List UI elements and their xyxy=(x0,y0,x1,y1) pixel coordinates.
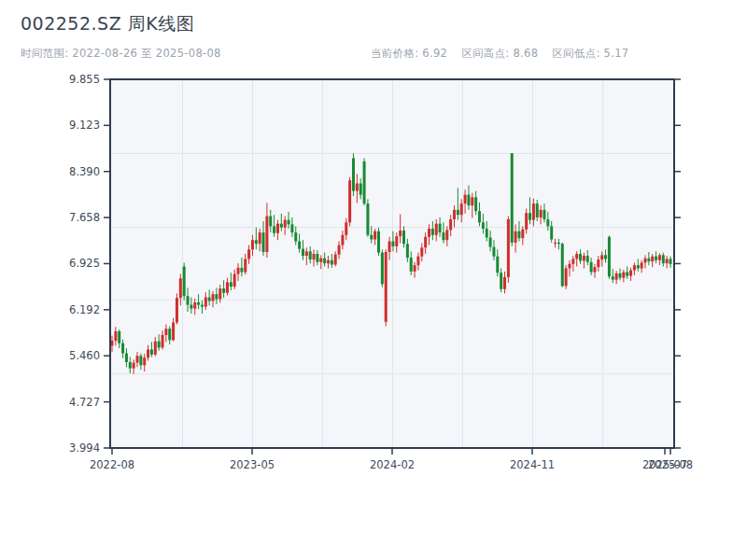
candle-down xyxy=(669,259,672,263)
candle-down xyxy=(273,226,275,232)
candle-down xyxy=(215,294,218,299)
candle-down xyxy=(557,243,560,244)
candle-down xyxy=(290,224,293,232)
candle-up xyxy=(420,247,423,256)
candle-down xyxy=(197,302,200,305)
candle-up xyxy=(435,224,438,235)
candle-up xyxy=(540,210,543,217)
candle-up xyxy=(385,252,388,322)
candle-up xyxy=(507,219,510,277)
candle-down xyxy=(402,231,405,244)
candle-down xyxy=(486,229,488,237)
candle-down xyxy=(647,259,650,261)
candle-up xyxy=(395,236,398,246)
candle-up xyxy=(162,335,164,347)
y-axis-label: 9.855 xyxy=(69,73,100,86)
candle-down xyxy=(604,255,607,259)
candle-up xyxy=(416,257,419,265)
candle-up xyxy=(305,251,308,256)
candle-up xyxy=(233,274,236,287)
candle-down xyxy=(201,305,204,307)
candle-up xyxy=(399,231,402,236)
candle-up xyxy=(460,203,463,215)
candle-up xyxy=(244,259,247,272)
x-axis-label: 2023-05 xyxy=(230,458,275,471)
candle-down xyxy=(478,211,481,222)
candle-down xyxy=(618,273,621,278)
y-axis-label: 7.658 xyxy=(69,211,100,224)
candle-down xyxy=(240,268,243,273)
candle-down xyxy=(474,197,477,211)
candle-down xyxy=(517,231,520,238)
candle-up xyxy=(453,210,456,219)
candle-down xyxy=(230,282,233,287)
candle-down xyxy=(222,288,225,293)
candle-up xyxy=(276,224,279,233)
candle-down xyxy=(269,217,272,227)
candle-down xyxy=(294,232,297,241)
candle-up xyxy=(251,240,254,249)
candle-down xyxy=(309,251,312,259)
candle-up xyxy=(341,235,344,245)
candle-up xyxy=(658,255,661,259)
candle-up xyxy=(615,273,618,280)
candle-down xyxy=(316,254,318,262)
candle-down xyxy=(366,203,369,235)
candle-down xyxy=(288,220,290,225)
candle-up xyxy=(356,184,359,191)
candle-down xyxy=(262,232,265,252)
y-axis-label: 8.390 xyxy=(69,165,100,178)
candle-down xyxy=(359,184,362,195)
candle-down xyxy=(536,203,539,217)
candle-down xyxy=(302,249,304,256)
candle-down xyxy=(626,273,628,276)
candle-up xyxy=(503,277,506,289)
candle-down xyxy=(529,213,531,219)
candle-down xyxy=(496,257,499,273)
candle-down xyxy=(492,247,495,257)
candle-up xyxy=(593,267,596,272)
candle-up xyxy=(388,242,391,252)
candle-up xyxy=(554,243,557,244)
candle-down xyxy=(280,224,283,228)
candle-up xyxy=(348,180,351,222)
candle-up xyxy=(284,220,287,228)
candle-up xyxy=(568,264,571,269)
candle-down xyxy=(363,161,366,203)
candle-down xyxy=(500,273,502,289)
candle-down xyxy=(579,254,582,260)
candle-down xyxy=(410,258,413,272)
candle-down xyxy=(442,232,444,240)
candle-up xyxy=(338,245,341,255)
candle-up xyxy=(218,288,221,299)
candle-down xyxy=(183,266,186,296)
candle-up xyxy=(179,278,182,298)
candle-up xyxy=(136,356,139,362)
candle-up xyxy=(374,231,376,240)
candle-down xyxy=(377,231,380,253)
candle-up xyxy=(597,259,599,267)
candle-up xyxy=(212,294,215,301)
candle-up xyxy=(449,219,452,230)
candle-up xyxy=(622,273,625,278)
y-axis-label: 3.994 xyxy=(69,441,100,455)
candle-down xyxy=(655,257,657,260)
candle-down xyxy=(168,329,171,340)
candle-down xyxy=(125,354,128,362)
y-axis-label: 5.460 xyxy=(69,349,100,362)
candle-down xyxy=(139,356,142,365)
candle-down xyxy=(467,195,470,205)
candle-down xyxy=(489,237,492,246)
candle-down xyxy=(608,237,611,276)
candle-up xyxy=(651,257,654,261)
candle-up xyxy=(345,222,347,234)
y-axis-label: 9.123 xyxy=(69,119,100,132)
candle-down xyxy=(550,226,553,239)
candle-up xyxy=(521,230,524,238)
candle-up xyxy=(193,302,196,309)
candle-up xyxy=(633,265,636,270)
candle-up xyxy=(428,229,430,237)
candle-down xyxy=(543,210,545,219)
candle-down xyxy=(457,210,459,215)
candle-up xyxy=(525,213,528,230)
